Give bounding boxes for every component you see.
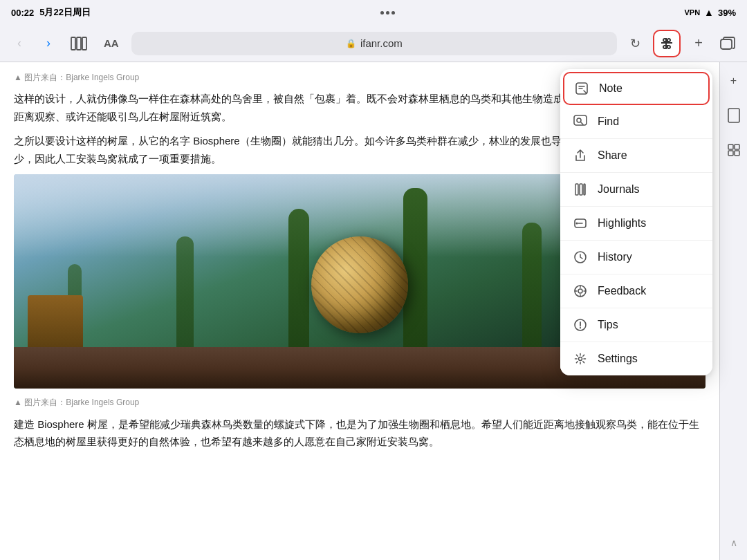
menu-item-tips[interactable]: Tips (560, 308, 712, 342)
library-icon[interactable] (66, 31, 91, 56)
svg-rect-16 (584, 184, 585, 195)
settings-icon (573, 351, 588, 366)
share-label: Share (598, 149, 627, 162)
menu-item-find[interactable]: Find (560, 105, 712, 139)
svg-rect-7 (728, 144, 733, 149)
para3: 建造 Biosphere 树屋，是希望能减少瑞典森林鸟类数量的螺旋式下降，也是为… (14, 416, 706, 451)
settings-label: Settings (598, 353, 638, 365)
share-icon (573, 148, 588, 163)
svg-rect-0 (71, 37, 75, 50)
svg-rect-15 (580, 184, 582, 195)
caption2: ▲ 图片来自：Bjarke Ingels Group (14, 395, 706, 409)
battery-text: 39% (718, 8, 736, 18)
menu-item-highlights[interactable]: Highlights (560, 207, 712, 241)
find-icon (573, 114, 588, 129)
sidebar-add-icon[interactable]: + (723, 71, 744, 91)
menu-item-share[interactable]: Share (560, 139, 712, 173)
svg-point-23 (579, 357, 582, 361)
reload-button[interactable]: ↻ (624, 32, 646, 55)
history-icon (573, 250, 588, 265)
find-label: Find (598, 115, 619, 128)
main-content: ▲ 图片来自：Bjarke Ingels Group 这样的设计，人就仿佛像鸟一… (0, 62, 747, 560)
highlights-icon (573, 216, 588, 231)
house-structure (28, 295, 83, 351)
svg-rect-10 (735, 151, 739, 156)
svg-rect-1 (77, 37, 81, 50)
lock-icon: 🔒 (346, 39, 356, 48)
journals-icon (573, 182, 588, 197)
svg-rect-14 (575, 184, 578, 195)
aa-button[interactable]: AA (98, 35, 124, 52)
biosphere-sphere (311, 236, 408, 333)
tabs-button[interactable] (717, 32, 739, 55)
svg-rect-12 (574, 115, 587, 125)
tips-label: Tips (598, 319, 618, 331)
time: 00:22 (11, 8, 34, 18)
feedback-label: Feedback (598, 285, 646, 297)
status-dots (380, 11, 395, 15)
menu-item-journals[interactable]: Journals (560, 173, 712, 207)
svg-rect-5 (721, 39, 732, 49)
menu-item-note[interactable]: Note (563, 72, 710, 105)
svg-point-21 (578, 289, 582, 293)
status-right: VPN ▲ 39% (684, 7, 736, 18)
browser-chrome: ‹ › AA 🔒 ifanr.com ↻ + (0, 25, 747, 62)
menu-item-feedback[interactable]: Feedback (560, 274, 712, 308)
sidebar-grid-icon[interactable] (723, 140, 744, 160)
menu-item-history[interactable]: History (560, 241, 712, 274)
date: 5月22日周日 (39, 6, 91, 19)
sidebar-page-icon[interactable] (723, 105, 744, 126)
vpn-indicator: VPN (684, 8, 700, 17)
history-label: History (598, 251, 632, 263)
svg-rect-2 (82, 37, 86, 50)
dot3 (391, 11, 395, 15)
svg-rect-6 (728, 109, 739, 122)
note-icon (574, 81, 589, 96)
forward-button[interactable]: › (37, 32, 59, 55)
address-bar[interactable]: 🔒 ifanr.com (131, 32, 617, 55)
dot1 (380, 11, 384, 15)
svg-point-13 (577, 118, 581, 122)
note-label: Note (599, 82, 622, 95)
svg-rect-8 (735, 144, 739, 149)
right-sidebar: + ∧ (719, 62, 747, 560)
menu-item-settings[interactable]: Settings (560, 342, 712, 375)
journals-label: Journals (598, 183, 639, 196)
status-bar: 00:22 5月22日周日 VPN ▲ 39% (0, 0, 747, 25)
tips-icon (573, 317, 588, 333)
url-text: ifanr.com (360, 37, 403, 49)
sidebar-chevron-icon[interactable]: ∧ (723, 532, 744, 553)
svg-point-18 (576, 223, 578, 225)
wifi-icon: ▲ (704, 7, 714, 18)
new-tab-button[interactable]: + (688, 32, 710, 55)
sphere-container (311, 236, 408, 333)
feedback-icon (573, 283, 588, 299)
highlights-label: Highlights (598, 217, 646, 230)
dropdown-menu: Note Find Share (560, 69, 712, 375)
back-button[interactable]: ‹ (8, 32, 30, 55)
dot2 (386, 11, 389, 15)
command-button[interactable] (653, 30, 681, 57)
svg-rect-9 (728, 151, 733, 156)
